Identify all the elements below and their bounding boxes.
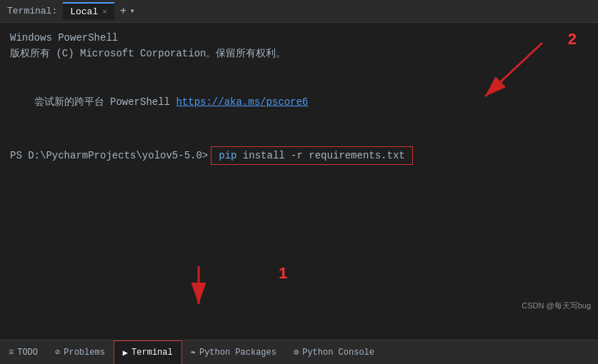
local-tab[interactable]: Local × xyxy=(63,2,114,20)
tab-python-console-label: Python Console xyxy=(302,348,374,358)
tab-todo-label: TODO xyxy=(17,348,38,358)
term-line-5 xyxy=(10,126,588,141)
tab-close-icon[interactable]: × xyxy=(102,8,107,16)
cmd-space: install -r requirements.txt xyxy=(236,150,404,161)
term-link[interactable]: https://aka.ms/pscore6 xyxy=(176,96,308,108)
top-bar: Terminal: Local × + ▾ xyxy=(0,0,598,23)
term-text-prefix: 尝试新的跨平台 PowerShell xyxy=(34,96,176,108)
tab-problems[interactable]: ⊘ Problems xyxy=(46,340,114,364)
python-console-icon: ⚙ xyxy=(294,347,299,358)
dropdown-icon[interactable]: ▾ xyxy=(129,6,134,16)
tab-python-packages[interactable]: ❧ Python Packages xyxy=(182,340,285,364)
todo-icon: ≡ xyxy=(9,348,14,358)
annotation-number-1: 1 xyxy=(279,264,287,283)
term-command-line: PS D:\PycharmProjects\yolov5-5.0> pip in… xyxy=(10,146,588,165)
local-tab-label: Local xyxy=(70,6,98,17)
annotation-arrow-2 xyxy=(457,29,571,114)
term-prompt: PS D:\PycharmProjects\yolov5-5.0> xyxy=(10,150,208,161)
watermark: CSDN @每天写bug xyxy=(522,300,591,311)
annotation-arrow-1 xyxy=(170,263,227,313)
tab-terminal-label: Terminal xyxy=(131,348,173,358)
svg-line-1 xyxy=(485,43,542,96)
bottom-bar: ≡ TODO ⊘ Problems ▶ Terminal ❧ Python Pa… xyxy=(0,340,598,364)
problems-icon: ⊘ xyxy=(55,347,60,358)
tab-problems-label: Problems xyxy=(64,348,105,358)
term-command-box: pip install -r requirements.txt xyxy=(211,146,412,165)
cmd-pip: pip xyxy=(219,150,236,161)
terminal-icon: ▶ xyxy=(123,348,128,358)
add-tab-button[interactable]: + xyxy=(120,5,127,18)
tab-python-console[interactable]: ⚙ Python Console xyxy=(285,340,383,364)
terminal-label: Terminal: xyxy=(7,6,57,16)
tab-todo[interactable]: ≡ TODO xyxy=(0,340,46,364)
tab-terminal[interactable]: ▶ Terminal xyxy=(114,340,182,364)
terminal-content: Windows PowerShell 版权所有 (C) Microsoft Co… xyxy=(0,23,598,340)
python-packages-icon: ❧ xyxy=(191,347,196,358)
tab-python-packages-label: Python Packages xyxy=(199,348,276,358)
term-command-text: pip install -r requirements.txt xyxy=(219,150,404,161)
